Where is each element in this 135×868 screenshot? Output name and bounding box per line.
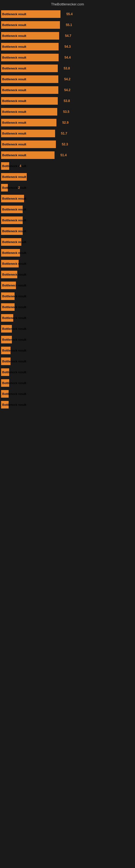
bar-wrapper: Bottleneck result53.8	[1, 97, 58, 105]
bar-fill: Bottleneck result	[1, 292, 14, 300]
bar-label: Bottleneck result	[2, 197, 26, 200]
bar-value: 54.2	[64, 88, 71, 92]
bar-row: Bottleneck result	[0, 356, 135, 367]
bar-value: 54.4	[64, 56, 71, 59]
bar-fill: Bottleneck result	[1, 347, 10, 354]
bar-wrapper: Bottleneck result51.4	[1, 151, 54, 159]
bar-label: Bottleneck result	[2, 186, 26, 189]
bar-row: Bottleneck result54.3	[0, 41, 135, 52]
bar-label: Bottleneck result	[2, 67, 26, 70]
bar-value: 53.8	[64, 99, 70, 103]
bar-fill: Bottleneck result53.8	[1, 97, 58, 105]
bar-row: Bottleneck result	[0, 367, 135, 377]
bar-value: 55.1	[66, 23, 72, 27]
bar-wrapper: Bottleneck result	[1, 368, 9, 376]
bar-fill: Bottleneck result2	[1, 184, 8, 191]
bar-label: Bottleneck result	[2, 403, 26, 406]
bar-wrapper: Bottleneck result53.8	[1, 65, 58, 72]
bar-fill: Bottleneck result	[1, 206, 23, 213]
bar-label: Bottleneck result	[2, 316, 26, 319]
bar-label: Bottleneck result	[2, 381, 26, 384]
bar-fill: Bottleneck result	[1, 249, 20, 257]
bar-row: Bottleneck result53.8	[0, 63, 135, 73]
bar-wrapper: Bottleneck result	[1, 206, 23, 213]
bar-wrapper: Bottleneck result	[1, 260, 18, 268]
bar-fill: Bottleneck result	[1, 173, 27, 181]
bar-value: 52.9	[62, 121, 69, 124]
bar-wrapper: Bottleneck result	[1, 358, 10, 365]
bar-row: Bottleneck result	[0, 345, 135, 355]
bar-wrapper: Bottleneck result	[1, 216, 23, 224]
bar-wrapper: Bottleneck result	[1, 195, 24, 203]
bar-row: Bottleneck result52.3	[0, 139, 135, 150]
bar-row: Bottleneck result	[0, 389, 135, 399]
bar-value: 55.4	[66, 12, 73, 16]
bar-wrapper: Bottleneck result55.4	[1, 10, 60, 18]
bar-fill: Bottleneck result	[1, 336, 12, 343]
bar-wrapper: Bottleneck result	[1, 347, 10, 354]
bar-wrapper: Bottleneck result	[1, 314, 13, 322]
bar-value: 4	[19, 164, 21, 168]
bar-label: Bottleneck result	[2, 23, 26, 27]
bar-wrapper: Bottleneck result	[1, 173, 27, 181]
bar-wrapper: Bottleneck result52.9	[1, 119, 56, 126]
bar-fill: Bottleneck result54.2	[1, 86, 58, 94]
bar-fill: Bottleneck result55.4	[1, 10, 60, 18]
bar-label: Bottleneck result	[2, 12, 26, 16]
bar-row: Bottleneck result53.5	[0, 106, 135, 117]
bar-row: Bottleneck result54.2	[0, 85, 135, 95]
bar-wrapper: Bottleneck result	[1, 379, 9, 387]
bar-label: Bottleneck result	[2, 360, 26, 363]
bar-row: Bottleneck result	[0, 269, 135, 280]
bar-value: 52.3	[62, 143, 68, 146]
bar-row: Bottleneck result52.9	[0, 118, 135, 128]
bar-fill: Bottleneck result54.2	[1, 75, 58, 83]
bar-fill: Bottleneck result54.3	[1, 43, 58, 51]
bar-row: Bottleneck result4	[0, 161, 135, 171]
bar-row: Bottleneck result	[0, 291, 135, 301]
bar-row: Bottleneck result55.1	[0, 20, 135, 30]
bar-label: Bottleneck result	[2, 251, 26, 254]
bar-fill: Bottleneck result	[1, 227, 23, 235]
bar-wrapper: Bottleneck result	[1, 325, 12, 333]
bar-row: Bottleneck result54.2	[0, 74, 135, 84]
bar-wrapper: Bottleneck result54.7	[1, 32, 59, 40]
bar-label: Bottleneck result	[2, 208, 26, 211]
bar-fill: Bottleneck result	[1, 303, 14, 311]
bar-row: Bottleneck result2	[0, 183, 135, 193]
bar-label: Bottleneck result	[2, 294, 26, 298]
bar-label: Bottleneck result	[2, 164, 26, 167]
bar-fill: Bottleneck result	[1, 368, 9, 376]
bar-fill: Bottleneck result54.4	[1, 54, 58, 61]
bar-label: Bottleneck result	[2, 88, 26, 92]
bar-fill: Bottleneck result	[1, 325, 12, 333]
bar-fill: Bottleneck result52.9	[1, 119, 56, 126]
bar-row: Bottleneck result	[0, 258, 135, 269]
bar-fill: Bottleneck result	[1, 314, 13, 322]
bar-fill: Bottleneck result	[1, 195, 24, 203]
bar-wrapper: Bottleneck result54.4	[1, 54, 58, 61]
bar-fill: Bottleneck result4	[1, 162, 9, 170]
bar-row: Bottleneck result	[0, 193, 135, 204]
bar-label: Bottleneck result	[2, 45, 26, 48]
site-title: TheBottlenecker.com	[51, 2, 84, 6]
bar-row: Bottleneck result54.7	[0, 31, 135, 41]
bar-value: 54.2	[64, 77, 71, 81]
bar-label: Bottleneck result	[2, 371, 26, 374]
bar-fill: Bottleneck result	[1, 216, 23, 224]
bar-wrapper: Bottleneck result	[1, 303, 14, 311]
bar-wrapper: Bottleneck result	[1, 292, 14, 300]
bar-label: Bottleneck result	[2, 132, 26, 135]
bar-wrapper: Bottleneck result	[1, 238, 21, 246]
bar-row: Bottleneck result	[0, 237, 135, 247]
bar-label: Bottleneck result	[2, 154, 26, 157]
bar-fill: Bottleneck result55.1	[1, 21, 60, 29]
bar-wrapper: Bottleneck result55.1	[1, 21, 60, 29]
bar-row: Bottleneck result51.7	[0, 128, 135, 138]
bar-wrapper: Bottleneck result4	[1, 162, 9, 170]
bar-label: Bottleneck result	[2, 338, 26, 341]
bar-fill: Bottleneck result53.5	[1, 108, 57, 116]
bar-wrapper: Bottleneck result	[1, 249, 20, 257]
bar-fill: Bottleneck result	[1, 271, 17, 278]
bar-row: Bottleneck result	[0, 313, 135, 323]
